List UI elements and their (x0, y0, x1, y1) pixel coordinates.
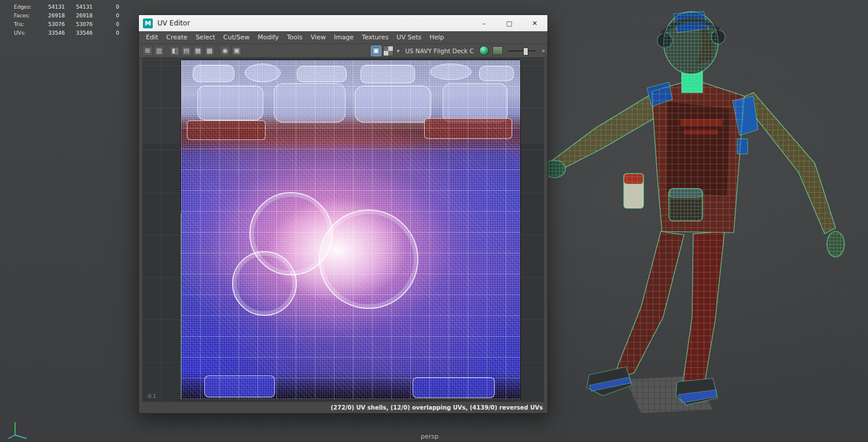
close-button[interactable]: ✕ (522, 15, 547, 31)
uv-wireframe-overlay (181, 60, 520, 399)
menubar: Edit Create Select Cut/Sew Modify Tools … (139, 31, 547, 44)
menu-item-view[interactable]: View (307, 31, 330, 43)
slider-track (508, 50, 536, 51)
layout-toggle-icon[interactable]: ⊞ (142, 46, 153, 56)
image-dim-slider[interactable] (508, 47, 536, 55)
shell-borders-icon[interactable]: ▤ (181, 46, 192, 56)
menu-item-create[interactable]: Create (162, 31, 192, 43)
menu-item-select[interactable]: Select (192, 31, 219, 43)
image-icon[interactable] (492, 46, 503, 55)
view-axis-gizmo (7, 418, 34, 440)
menu-item-uv-sets[interactable]: UV Sets (392, 31, 425, 43)
uv-editor-window: M UV Editor – □ ✕ Edit Create Select Cut… (138, 14, 548, 414)
camera-label: persp (421, 433, 439, 440)
texture-borders-icon[interactable]: ▦ (193, 46, 203, 56)
window-title: UV Editor (157, 19, 190, 27)
expand-toolbar-icon[interactable]: » (542, 47, 545, 54)
texture-name-label[interactable]: US NAVY Flight Deck C (405, 47, 474, 54)
head (657, 12, 725, 74)
slider-handle[interactable] (523, 47, 528, 56)
menu-item-help[interactable]: Help (425, 31, 448, 43)
stat-row-edges: Edges: 54131 54131 0 (14, 3, 119, 12)
titlebar[interactable]: M UV Editor – □ ✕ (139, 15, 547, 31)
uv-0-1-space[interactable] (181, 60, 520, 399)
checker-display-icon[interactable]: ▩ (204, 46, 215, 56)
character-model[interactable] (538, 5, 862, 427)
menu-item-tools[interactable]: Tools (283, 31, 307, 43)
menu-item-image[interactable]: Image (330, 31, 358, 43)
minimize-button[interactable]: – (471, 15, 496, 31)
uv-canvas[interactable]: -0.1 (142, 57, 544, 402)
model-body (543, 12, 844, 405)
poly-count-hud: Edges: 54131 54131 0 Faces: 26918 26918 … (14, 3, 119, 38)
material-sphere-icon[interactable] (479, 46, 489, 56)
uv-status-text: (272/0) UV shells, (12/0) overlapping UV… (330, 404, 543, 411)
checker-map-icon[interactable] (383, 46, 393, 56)
shade-uvs-icon[interactable]: ◉ (220, 46, 230, 56)
menu-item-modify[interactable]: Modify (253, 31, 282, 43)
texture-dropdown-icon[interactable]: ▾ (397, 48, 400, 54)
stat-row-faces: Faces: 26918 26918 0 (14, 12, 119, 20)
menu-item-edit[interactable]: Edit (142, 31, 162, 43)
isolate-select-icon[interactable]: ◧ (170, 46, 180, 56)
stat-row-uvs: UVs: 33546 33546 0 (14, 29, 119, 38)
menu-item-textures[interactable]: Textures (358, 31, 392, 43)
maximize-button[interactable]: □ (496, 15, 522, 31)
maya-icon: M (143, 19, 153, 28)
menu-item-cut-sew[interactable]: Cut/Sew (219, 31, 253, 43)
uv-status-bar: (272/0) UV shells, (12/0) overlapping UV… (139, 402, 547, 413)
canvas-coordinate-label: -0.1 (146, 393, 156, 399)
display-image-toggle[interactable]: ▣ (371, 46, 381, 56)
distortion-icon[interactable]: ▣ (231, 46, 242, 56)
uv-grid-icon[interactable]: ▥ (154, 46, 164, 56)
texture-border-highlight (181, 213, 181, 399)
toolbar: ⊞ ▥ ◧ ▤ ▦ ▩ ◉ ▣ ▣ ▾ US NAVY Flight Deck … (139, 44, 547, 58)
stat-row-tris: Tris: 53076 53076 0 (14, 20, 119, 29)
